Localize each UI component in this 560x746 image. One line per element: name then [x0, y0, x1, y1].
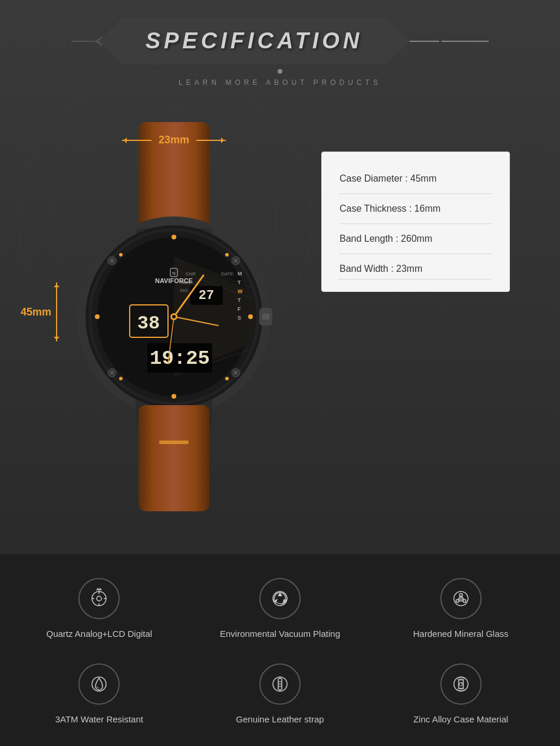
- svg-point-38: [119, 253, 123, 257]
- svg-text:19:25: 19:25: [150, 347, 210, 370]
- svg-text:27: 27: [199, 288, 214, 303]
- spec-row-1: Case Diameter : 45mm: [340, 164, 492, 194]
- quartz-icon-wrap: [78, 578, 120, 619]
- feature-label-mineral: Hardened Mineral Glass: [413, 627, 509, 640]
- svg-text:S: S: [238, 315, 241, 321]
- feature-label-quartz: Quartz Analog+LCD Digital: [46, 627, 152, 640]
- spec-header: SPECIFICATION LEARN MORE ABOUT PRODUCTS: [12, 18, 548, 87]
- vacuum-icon-wrap: [259, 578, 301, 619]
- zinc-icon: [450, 673, 472, 695]
- svg-text:SIG: SIG: [180, 288, 188, 293]
- feature-vacuum: Environmental Vacuum Plating: [196, 578, 365, 640]
- feature-label-leather: Genuine Leather strap: [236, 713, 324, 725]
- quartz-icon: [88, 588, 110, 609]
- spec-row-3: Band Length : 260mm: [340, 224, 492, 254]
- spec-subtitle: LEARN MORE ABOUT PRODUCTS: [12, 78, 548, 87]
- feature-label-water: 3ATM Water Resistant: [55, 713, 143, 725]
- svg-point-46: [172, 315, 176, 318]
- spec-title: SPECIFICATION: [146, 28, 363, 54]
- svg-point-37: [248, 314, 253, 319]
- svg-point-39: [225, 253, 229, 257]
- spec-banner-bg: SPECIFICATION: [98, 18, 410, 64]
- zinc-icon-wrap: [440, 663, 482, 705]
- feature-quartz: Quartz Analog+LCD Digital: [15, 578, 184, 640]
- features-grid: Quartz Analog+LCD Digital Environmental …: [15, 578, 545, 725]
- mineral-icon: [450, 588, 472, 609]
- watch-svg: M T W T F S CHR DATE TMR SIG NAVIFORCE N: [50, 104, 298, 517]
- feature-water: 3ATM Water Resistant: [15, 663, 184, 725]
- svg-point-34: [172, 235, 176, 239]
- vacuum-icon: [269, 588, 291, 609]
- leather-icon: [269, 673, 291, 695]
- watch-container: 23mm 45mm: [50, 104, 298, 520]
- svg-point-36: [95, 314, 100, 319]
- svg-text:N: N: [172, 271, 176, 276]
- feature-label-vacuum: Environmental Vacuum Plating: [220, 627, 340, 640]
- spec-table: Case Diameter : 45mm Case Thickness : 16…: [321, 152, 510, 292]
- svg-line-78: [459, 599, 460, 600]
- dim-top: 23mm: [122, 134, 226, 146]
- svg-text:CHR: CHR: [186, 271, 196, 277]
- bottom-section: Quartz Analog+LCD Digital Environmental …: [0, 554, 560, 746]
- mineral-icon-wrap: [440, 578, 482, 619]
- water-icon-wrap: [78, 663, 120, 705]
- svg-text:F: F: [238, 306, 241, 312]
- svg-point-35: [172, 394, 176, 399]
- svg-point-40: [119, 377, 123, 380]
- svg-rect-48: [262, 314, 269, 320]
- svg-text:M: M: [238, 271, 242, 277]
- svg-text:38: 38: [137, 313, 160, 334]
- svg-text:DATE: DATE: [221, 271, 233, 277]
- feature-leather: Genuine Leather strap: [196, 663, 365, 725]
- svg-text:T: T: [238, 280, 241, 285]
- svg-point-76: [460, 597, 462, 600]
- svg-text:NAVIFORCE: NAVIFORCE: [155, 277, 193, 284]
- svg-point-66: [97, 596, 101, 601]
- svg-rect-61: [139, 405, 209, 511]
- svg-point-83: [92, 677, 106, 691]
- spec-banner: SPECIFICATION: [71, 18, 489, 64]
- feature-label-zinc: Zinc Alloy Case Material: [413, 713, 508, 725]
- svg-text:T: T: [238, 297, 241, 303]
- spec-row-4: Band Width : 23mm: [340, 254, 492, 280]
- svg-text:W: W: [238, 288, 243, 294]
- svg-line-79: [462, 599, 463, 600]
- watch-specs-area: 23mm 45mm: [12, 104, 548, 520]
- spec-row-2: Case Thickness : 16mm: [340, 194, 492, 224]
- leather-icon-wrap: [259, 663, 301, 705]
- spec-dot: [278, 69, 282, 74]
- feature-mineral: Hardened Mineral Glass: [376, 578, 545, 640]
- water-icon: [88, 673, 110, 695]
- dim-left: 45mm: [21, 282, 57, 341]
- svg-point-41: [225, 377, 229, 380]
- svg-rect-64: [159, 441, 189, 444]
- feature-zinc: Zinc Alloy Case Material: [376, 663, 545, 725]
- top-section: SPECIFICATION LEARN MORE ABOUT PRODUCTS: [0, 0, 560, 554]
